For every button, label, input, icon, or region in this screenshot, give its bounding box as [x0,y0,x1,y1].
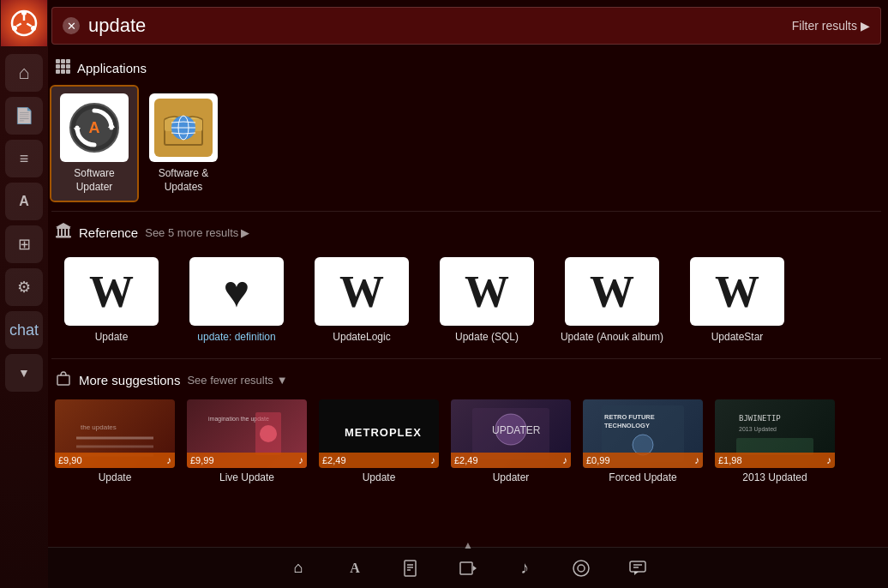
music-forced-update-label: Forced Update [609,471,676,483]
wiki-updatestar-label: UpdateStar [711,331,764,343]
music-item-update[interactable]: the updates £9,90 ♪ Update [51,399,178,483]
svg-rect-8 [61,59,65,63]
svg-rect-34 [57,375,69,385]
svg-rect-11 [61,64,65,69]
svg-text:A: A [89,119,100,136]
sidebar-text[interactable]: ≡ [5,140,43,177]
wiki-item-update[interactable]: W Update [51,252,171,348]
svg-rect-14 [61,69,65,74]
wiki-item-update-anouk[interactable]: W Update (Anouk album) [552,252,672,348]
toolbar-music-button[interactable]: ♪ [509,553,540,584]
wiki-item-definition[interactable]: ♥ update: definition [177,252,297,348]
music-item-updater[interactable]: UPDATER £2,49 ♪ Updater [447,399,574,483]
svg-rect-30 [61,229,63,236]
svg-point-2 [31,26,36,31]
software-updates-label: Software & Updates [144,167,223,194]
wiki-definition-label: update: definition [197,331,275,343]
music-live-update-cover: imagination the update £9,99 ♪ [187,399,307,468]
sidebar-gear[interactable]: ⚙ [5,268,43,306]
applications-section-icon [55,58,70,78]
sidebar-more[interactable]: ▼ [5,354,43,392]
music-updater-cover: UPDATER £2,49 ♪ [451,399,571,468]
see-fewer-arrow: ▼ [277,374,288,387]
sidebar-home[interactable]: ⌂ [5,54,43,92]
sidebar-amazon[interactable]: A [5,183,43,220]
music-item-2013-updated[interactable]: BJWINETIP 2013 Updated £1,98 ♪ 2013 Upda… [711,399,838,483]
divider-2 [51,358,881,359]
svg-point-41 [260,425,277,442]
svg-rect-9 [66,59,70,63]
ubuntu-button[interactable] [1,0,47,46]
search-clear-button[interactable]: ✕ [63,17,80,34]
music-update-label: Update [99,471,132,483]
wiki-updatesql-icon: W [440,257,534,326]
filter-results-label: Filter results [792,19,857,33]
software-updater-icon-box: A [60,93,129,162]
svg-rect-15 [66,69,70,74]
app-item-software-updater[interactable]: A Software Updater [51,87,137,201]
wiki-updatelogic-label: UpdateLogic [333,331,390,343]
reference-grid: W Update ♥ update: definition W UpdateLo… [51,249,881,355]
wiki-item-updatelogic[interactable]: W UpdateLogic [302,252,422,348]
wiki-updatestar-icon: W [690,257,784,326]
toolbar-files-button[interactable] [396,553,427,584]
search-input[interactable]: update [88,15,792,37]
see-fewer-button[interactable]: See fewer results ▼ [187,374,287,387]
svg-text:RETRO FUTURE: RETRO FUTURE [604,413,655,421]
svg-marker-33 [56,223,71,227]
sidebar-chat[interactable]: chat [5,311,43,349]
app-item-software-updates[interactable]: Software & Updates [141,87,226,201]
svg-rect-31 [64,229,66,236]
music-updater-label: Updater [493,471,530,483]
svg-text:UPDATER: UPDATER [492,424,541,436]
sidebar-files[interactable]: 📄 [5,97,43,135]
toolbar-home-button[interactable]: ⌂ [283,553,314,584]
music-forced-update-price: £0,99 ♪ [583,453,703,468]
wiki-item-update-sql[interactable]: W Update (SQL) [427,252,547,348]
filter-results-arrow: ▶ [861,19,870,33]
svg-rect-61 [630,561,645,572]
wiki-updatesql-label: Update (SQL) [455,331,519,343]
toolbar-chat-button[interactable] [622,553,653,584]
music-metroplex-cover: METROPLEX £2,49 ♪ [319,399,439,468]
wiki-updateanouk-icon: W [565,257,659,326]
svg-point-3 [12,26,17,31]
more-suggestions-header: More suggestions See fewer results ▼ [51,363,881,396]
music-live-update-label: Live Update [219,471,274,483]
main-panel: ✕ update Filter results ▶ [48,0,888,588]
svg-point-60 [578,565,585,572]
svg-line-5 [27,24,31,27]
svg-rect-29 [57,229,59,236]
music-update-cover: the updates £9,90 ♪ [55,399,175,468]
music-item-live-update[interactable]: imagination the update £9,99 ♪ Live Upda… [183,399,310,483]
more-suggestions-icon [55,369,72,391]
filter-results-button[interactable]: Filter results ▶ [792,19,870,33]
svg-marker-58 [473,566,477,571]
toolbar-video-button[interactable] [453,553,483,584]
music-item-metroplex[interactable]: METROPLEX £2,49 ♪ Update [315,399,442,483]
software-updater-label: Software Updater [55,167,134,194]
svg-line-6 [16,24,21,27]
toolbar-arrow-up: ▲ [463,539,473,551]
applications-section-header: Applications [51,51,881,83]
svg-rect-7 [56,59,60,63]
wiki-item-updatestar[interactable]: W UpdateStar [677,252,797,348]
toolbar-photo-button[interactable] [566,553,597,584]
reference-see-more-link[interactable]: See 5 more results ▶ [145,226,249,239]
toolbar-apps-button[interactable]: A [339,553,370,584]
wiki-update-icon: W [64,257,159,326]
music-item-forced-update[interactable]: RETRO FUTURE TECHNOLOGY £0,99 ♪ Forced U… [579,399,706,483]
wiki-updateanouk-label: Update (Anouk album) [561,331,663,343]
reference-see-more-arrow: ▶ [241,226,249,239]
svg-point-1 [21,10,27,15]
svg-text:BJWINETIP: BJWINETIP [739,414,781,423]
svg-text:the updates: the updates [81,423,117,431]
music-update-price: £9,90 ♪ [55,453,175,468]
music-metroplex-price: £2,49 ♪ [319,453,439,468]
svg-rect-10 [56,64,60,69]
see-fewer-label: See fewer results [187,374,273,387]
music-2013-updated-price: £1,98 ♪ [715,453,835,468]
svg-rect-28 [57,227,70,229]
sidebar-apps[interactable]: ⊞ [5,225,43,263]
software-updates-icon-box [149,93,218,162]
